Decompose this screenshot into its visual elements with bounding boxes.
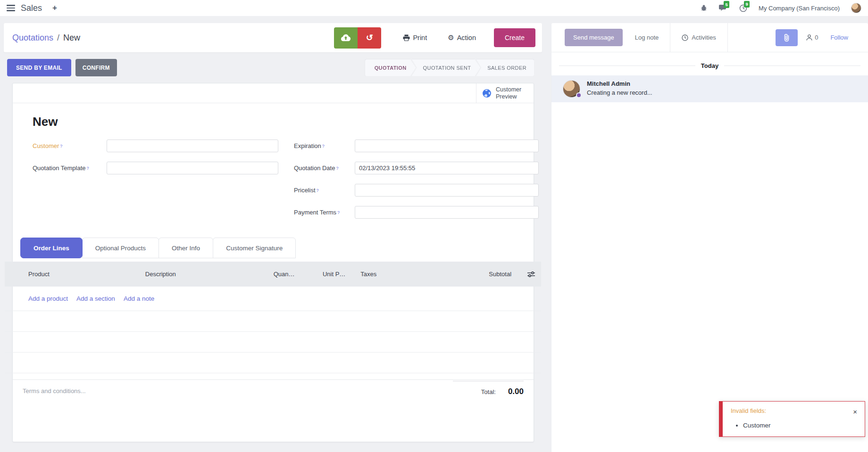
printer-icon (403, 34, 410, 41)
optional-columns-icon[interactable] (511, 271, 539, 278)
order-lines-table: Product Description Quan… Unit P… Taxes … (5, 262, 541, 373)
tab-other-info[interactable]: Other Info (159, 238, 213, 258)
pricelist-field[interactable] (355, 184, 539, 197)
chatter-panel: Send message Log note Activities (551, 23, 868, 452)
breadcrumb-quotations[interactable]: Quotations (12, 33, 53, 43)
app-menu-sales[interactable]: Sales (21, 3, 42, 13)
quotation-form-sheet: Customer Preview New Customer? Expiratio… (12, 83, 534, 442)
activities-count-badge: 9 (744, 1, 750, 8)
help-icon: ? (87, 166, 89, 171)
top-navbar: Sales + 5 9 My Company (San Francisco) (0, 0, 868, 16)
confirm-button[interactable]: CONFIRM (75, 59, 117, 76)
quotation-template-field[interactable] (107, 162, 278, 174)
save-discard-group: ↺ (334, 27, 381, 49)
toast-title: Invalid fields: (731, 407, 766, 414)
help-icon: ? (337, 210, 340, 215)
paperclip-icon (783, 33, 790, 42)
print-button[interactable]: Print (403, 34, 427, 41)
terms-and-totals: Terms and conditions... Total: 0.00 (13, 379, 534, 396)
breadcrumb-current: New (63, 33, 80, 43)
column-subtotal[interactable]: Subtotal (455, 271, 511, 278)
clock-icon (682, 34, 688, 41)
tab-optional-products[interactable]: Optional Products (82, 238, 159, 258)
quotation-date-field[interactable] (355, 162, 539, 174)
followers-count: 0 (815, 34, 818, 41)
new-tab-plus-icon[interactable]: + (52, 3, 57, 13)
payment-terms-label: Payment Terms? (294, 201, 355, 223)
company-switcher[interactable]: My Company (San Francisco) (759, 5, 840, 12)
send-by-email-button[interactable]: SEND BY EMAIL (7, 59, 71, 76)
column-taxes[interactable]: Taxes (360, 271, 455, 278)
add-note-link[interactable]: Add a note (124, 295, 154, 302)
expiration-field[interactable] (355, 140, 539, 152)
column-unit-price[interactable]: Unit P… (294, 271, 345, 278)
message-author-name[interactable]: Mitchell Admin (587, 80, 652, 87)
fields-grid: Customer? Expiration? Quotation Template… (33, 135, 534, 223)
notebook-tabs: Order Lines Optional Products Other Info… (21, 238, 534, 258)
follow-button[interactable]: Follow (830, 34, 848, 41)
empty-row (5, 332, 541, 353)
pricelist-label: Pricelist? (294, 179, 355, 201)
menu-icon[interactable] (7, 5, 15, 11)
messages-count-badge: 5 (724, 1, 729, 8)
invalid-field-item: Customer (743, 422, 859, 429)
control-panel: Quotations / New ↺ Print ⚙ Action Create (4, 23, 542, 52)
add-section-link[interactable]: Add a section (76, 295, 115, 302)
date-divider: Today (551, 62, 868, 69)
step-sales-order[interactable]: SALES ORDER (476, 59, 534, 76)
gear-icon: ⚙ (448, 33, 454, 42)
send-message-button[interactable]: Send message (565, 29, 623, 46)
record-title: New (33, 115, 534, 129)
expiration-label: Expiration? (294, 135, 355, 157)
column-quantity[interactable]: Quan… (240, 271, 295, 278)
totals-block: Total: 0.00 (453, 381, 524, 396)
invalid-fields-toast: Invalid fields: × Customer (719, 401, 865, 437)
column-description[interactable]: Description (145, 271, 240, 278)
user-avatar[interactable] (851, 3, 861, 13)
sheet-top-strip: Customer Preview (13, 83, 534, 103)
step-quotation-sent[interactable]: QUOTATION SENT (412, 59, 481, 76)
create-button[interactable]: Create (494, 28, 535, 47)
debug-bug-icon[interactable] (700, 4, 708, 12)
help-icon: ? (60, 144, 62, 148)
column-product[interactable]: Product (28, 271, 145, 278)
activities-button[interactable]: Activities (670, 23, 727, 52)
close-icon[interactable]: × (851, 407, 859, 416)
add-product-link[interactable]: Add a product (28, 295, 68, 302)
globe-icon (482, 89, 492, 98)
log-note-button[interactable]: Log note (635, 34, 659, 41)
customer-preview-button[interactable]: Customer Preview (476, 83, 534, 103)
discard-button[interactable]: ↺ (358, 27, 381, 49)
followers-counter[interactable]: 0 (806, 34, 818, 41)
customer-label: Customer? (33, 135, 107, 157)
date-divider-label: Today (701, 62, 718, 69)
customer-field[interactable] (107, 140, 278, 152)
help-icon: ? (336, 166, 338, 171)
cloud-upload-icon (341, 34, 351, 41)
step-quotation[interactable]: QUOTATION (365, 59, 416, 76)
order-lines-actions: Add a product Add a section Add a note (5, 287, 541, 311)
help-icon: ? (322, 144, 325, 148)
chatter-toolbar: Send message Log note Activities (551, 23, 868, 52)
attach-files-button[interactable] (776, 29, 798, 46)
quotation-template-label: Quotation Template? (33, 157, 107, 179)
person-icon (806, 34, 813, 41)
total-label: Total: (481, 388, 496, 395)
action-button[interactable]: ⚙ Action (448, 33, 476, 42)
breadcrumb: Quotations / New (12, 33, 80, 43)
invalid-fields-list: Customer (743, 422, 859, 429)
quotation-date-label: Quotation Date? (294, 157, 355, 179)
tab-customer-signature[interactable]: Customer Signature (213, 238, 296, 258)
undo-icon: ↺ (366, 33, 373, 43)
divider (727, 23, 728, 52)
payment-terms-field[interactable] (355, 206, 539, 219)
activities-clock-icon[interactable]: 9 (739, 4, 747, 12)
help-icon: ? (317, 188, 319, 193)
breadcrumb-separator: / (57, 33, 59, 43)
tab-order-lines[interactable]: Order Lines (20, 238, 83, 258)
presence-indicator (576, 92, 582, 98)
empty-row (5, 311, 541, 332)
messages-icon[interactable]: 5 (719, 4, 728, 12)
save-button[interactable] (334, 27, 358, 49)
terms-textarea[interactable]: Terms and conditions... (23, 387, 453, 396)
